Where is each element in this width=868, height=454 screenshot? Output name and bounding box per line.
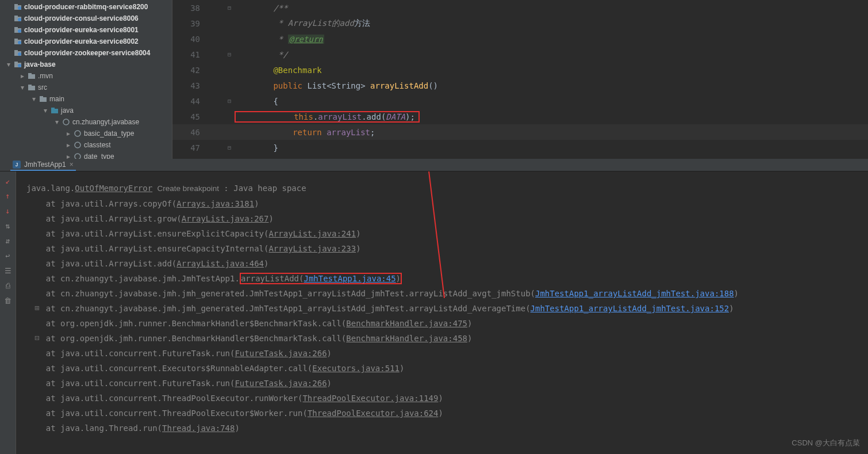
stack-line: at java.util.concurrent.FutureTask.run(F… xyxy=(26,346,868,361)
close-icon[interactable]: × xyxy=(70,161,74,169)
source-link[interactable]: BenchmarkHandler.java:458 xyxy=(346,334,467,343)
line-number: 42 xyxy=(172,66,207,75)
source-link[interactable]: JmhTestApp1.java:45 xyxy=(304,274,395,283)
tree-item[interactable]: cloud-provider-eureka-service8002 xyxy=(0,36,172,47)
print-icon[interactable]: ⎙ xyxy=(3,281,13,290)
chevron-icon[interactable]: ▾ xyxy=(20,83,25,91)
source-link[interactable]: JmhTestApp1_arrayListAdd_jmhTest.java:18… xyxy=(535,289,734,298)
stack-line: at org.openjdk.jmh.runner.BenchmarkHandl… xyxy=(26,316,868,331)
fold-icon[interactable]: ⊟ xyxy=(224,98,235,104)
tree-item[interactable]: ▾java xyxy=(0,105,172,116)
code-line[interactable]: 38⊟ /** xyxy=(172,0,868,16)
source-link[interactable]: ThreadPoolExecutor.java:1149 xyxy=(302,394,438,403)
chevron-icon[interactable]: ▾ xyxy=(43,106,48,115)
source-link[interactable]: ArrayList.java:241 xyxy=(268,229,356,238)
source-link[interactable]: BenchmarkHandler.java:475 xyxy=(346,319,467,328)
sort-desc-icon[interactable]: ⇵ xyxy=(3,236,13,245)
run-tab-active[interactable]: J JmhTestApp1 × xyxy=(10,159,76,171)
create-breakpoint-link[interactable]: Create breakpoint xyxy=(158,184,219,193)
arrow-red-down-icon[interactable]: ↓ xyxy=(3,206,13,215)
chevron-icon[interactable]: ▸ xyxy=(66,129,71,138)
tree-item[interactable]: cloud-producer-rabbitmq-service8200 xyxy=(0,1,172,13)
code-line[interactable]: 40 * @return xyxy=(172,31,868,47)
code-line[interactable]: 47⊟ } xyxy=(172,140,868,155)
svg-rect-13 xyxy=(14,50,18,52)
stack-line: at java.util.ArrayList.ensureCapacityInt… xyxy=(26,241,868,256)
tree-label: cloud-provider-eureka-service8001 xyxy=(24,26,139,34)
tree-item[interactable]: ▾src xyxy=(0,82,172,93)
tree-item[interactable]: ▾main xyxy=(0,93,172,105)
project-tree[interactable]: cloud-producer-rabbitmq-service8200cloud… xyxy=(0,0,172,159)
code-text: * ArrayList的add方法 xyxy=(235,18,868,29)
svg-point-5 xyxy=(18,18,21,21)
source-link[interactable]: ArrayList.java:464 xyxy=(176,259,264,268)
svg-rect-18 xyxy=(28,74,35,79)
svg-rect-10 xyxy=(14,39,18,40)
source-link[interactable]: Thread.java:748 xyxy=(162,424,235,433)
source-link[interactable]: ArrayList.java:233 xyxy=(268,244,356,253)
tree-item[interactable]: ▾cn.zhuangyt.javabase xyxy=(0,116,172,128)
source-link[interactable]: ThreadPoolExecutor.java:624 xyxy=(308,409,439,418)
source-link[interactable]: Arrays.java:3181 xyxy=(176,199,254,208)
src-icon xyxy=(51,106,59,115)
source-link[interactable]: ArrayList.java:267 xyxy=(182,214,269,223)
expand-icon[interactable]: ⊞ xyxy=(34,300,39,315)
source-link[interactable]: JmhTestApp1_arrayListAdd_jmhTest.java:15… xyxy=(531,304,729,313)
code-line[interactable]: 42 @Benchmark xyxy=(172,62,868,78)
code-line[interactable]: 43 public List<String> arrayListAdd() xyxy=(172,78,868,93)
folder-icon xyxy=(14,3,22,11)
source-link[interactable]: FutureTask.java:266 xyxy=(235,349,327,358)
chevron-icon[interactable]: ▸ xyxy=(66,141,71,149)
tree-item[interactable]: ▸.mvn xyxy=(0,70,172,82)
tree-label: main xyxy=(49,95,64,103)
chevron-icon[interactable]: ▾ xyxy=(6,60,11,68)
tree-item[interactable]: cloud-provider-zookeeper-service8004 xyxy=(0,47,172,59)
folder-icon xyxy=(14,60,22,68)
source-link[interactable]: Executors.java:511 xyxy=(312,364,400,373)
scroll-icon[interactable]: ☰ xyxy=(3,266,13,275)
chevron-icon[interactable]: ▾ xyxy=(31,95,37,103)
collapse-icon[interactable]: ⊟ xyxy=(34,330,39,345)
code-line[interactable]: 39 * ArrayList的add方法 xyxy=(172,16,868,31)
trash-icon[interactable]: 🗑 xyxy=(3,296,13,305)
chevron-icon[interactable]: ▸ xyxy=(20,72,25,80)
code-line[interactable]: 44⊟ { xyxy=(172,93,868,109)
tree-item[interactable]: ▾java-base xyxy=(0,59,172,70)
tree-label: classtest xyxy=(84,141,111,149)
fold-icon[interactable]: ⊟ xyxy=(224,5,235,11)
run-tab-label: JmhTestApp1 xyxy=(24,161,66,169)
code-text: } xyxy=(235,143,868,152)
chevron-icon[interactable]: ▾ xyxy=(54,118,60,126)
sort-asc-icon[interactable]: ⇅ xyxy=(3,221,13,230)
code-line[interactable]: 45 this.arrayList.add(DATA); xyxy=(172,109,868,124)
folder-icon xyxy=(14,26,22,34)
console-output[interactable]: ⊞ java.lang.OutOfMemoryError Create brea… xyxy=(16,171,868,454)
tree-label: basic_data_type xyxy=(84,129,134,138)
tree-item[interactable]: cloud-provider-eureka-service8001 xyxy=(0,24,172,36)
arrow-red-left-icon[interactable]: ↙ xyxy=(3,176,13,185)
stack-line: at java.util.ArrayList.add(ArrayList.jav… xyxy=(26,256,868,271)
fold-icon[interactable]: ⊟ xyxy=(224,51,235,58)
fold-icon[interactable]: ⊟ xyxy=(224,144,235,151)
code-line[interactable]: 46 return arrayList; xyxy=(172,124,868,140)
line-number: 43 xyxy=(172,81,207,90)
arrow-red-up-icon[interactable]: ↑ xyxy=(3,191,13,200)
wrap-icon[interactable]: ↩ xyxy=(3,251,13,260)
source-link[interactable]: FutureTask.java:266 xyxy=(235,379,327,388)
pkg-icon xyxy=(74,129,82,138)
tree-item[interactable]: ▸classtest xyxy=(0,139,172,151)
code-editor[interactable]: 38⊟ /**39 * ArrayList的add方法40 * @return4… xyxy=(172,0,868,159)
pkg-icon xyxy=(62,118,70,126)
code-line[interactable]: 41⊟ */ xyxy=(172,47,868,62)
chevron-icon[interactable]: ▸ xyxy=(66,152,71,159)
svg-point-26 xyxy=(63,119,69,125)
tree-item[interactable]: ▸basic_data_type xyxy=(0,128,172,139)
tree-item[interactable]: ▸date_type xyxy=(0,151,172,159)
svg-point-11 xyxy=(18,41,21,44)
line-number: 47 xyxy=(172,143,207,152)
watermark-text: CSDN @大白有点菜 xyxy=(792,436,860,451)
code-text: this.arrayList.add(DATA); xyxy=(235,111,868,123)
stack-line: at cn.zhuangyt.javabase.jmh.JmhTestApp1.… xyxy=(26,271,868,286)
exception-link[interactable]: OutOfMemoryError xyxy=(75,184,152,193)
tree-item[interactable]: cloud-provider-consul-service8006 xyxy=(0,13,172,24)
